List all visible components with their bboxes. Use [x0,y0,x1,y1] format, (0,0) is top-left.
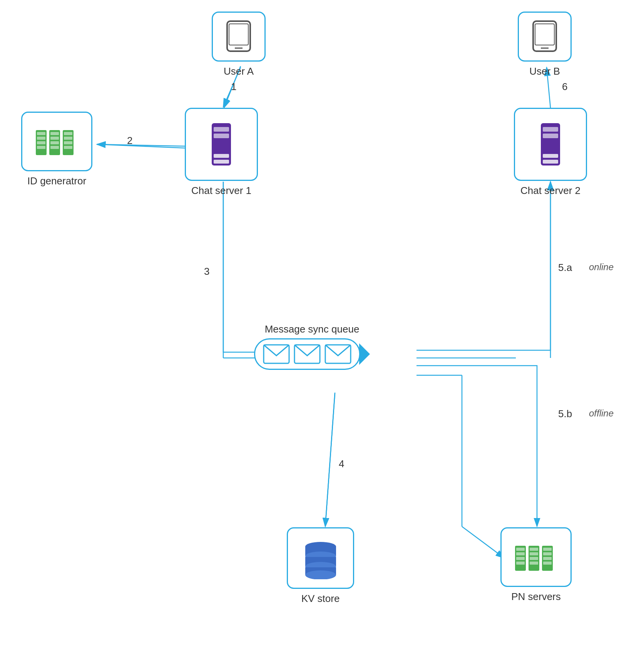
message-queue-node: Message sync queue [254,323,370,370]
kv-store-icon [299,537,342,579]
chat-server-2-node: Chat server 2 [514,108,587,197]
id-generator-node: ID generatror [21,112,92,187]
svg-rect-64 [530,552,538,555]
svg-rect-38 [50,132,59,135]
svg-rect-29 [543,134,558,138]
svg-rect-61 [516,562,525,565]
user-b-node: User B [518,12,572,77]
online-status-label: online [589,262,614,272]
arrow-label-2: 2 [127,135,132,147]
svg-rect-46 [64,146,72,149]
chat-server-1-label: Chat server 1 [191,185,251,197]
svg-rect-60 [516,557,525,560]
svg-rect-69 [543,552,552,555]
svg-rect-43 [64,132,72,135]
svg-rect-26 [214,160,229,164]
svg-rect-65 [530,557,538,560]
svg-rect-45 [64,141,72,144]
pn-servers-icon [513,538,559,577]
svg-rect-18 [229,24,248,45]
svg-rect-70 [543,557,552,560]
arrow-label-4: 4 [339,458,344,470]
arrow-label-3: 3 [204,266,209,277]
svg-rect-63 [530,548,538,551]
id-generator-label: ID generatror [27,175,86,187]
envelope-2-icon [294,344,321,364]
envelope-3-icon [325,344,351,364]
svg-rect-58 [516,548,525,551]
kv-store-label: KV store [301,593,340,605]
chat-server-1-node: Chat server 1 [185,108,258,197]
svg-line-2 [97,144,189,148]
arrow-label-5b: 5.b [558,408,572,420]
svg-rect-59 [516,552,525,555]
svg-rect-36 [37,146,45,149]
svg-rect-19 [533,21,556,51]
svg-rect-68 [543,548,552,551]
svg-rect-41 [50,146,59,149]
svg-line-5 [325,393,335,527]
user-b-label: User B [529,65,560,77]
svg-rect-33 [37,132,45,135]
arrow-label-1: 1 [231,81,236,93]
tablet-b-icon [529,19,560,54]
arrow-label-5a: 5.a [558,262,572,274]
svg-rect-25 [214,154,229,158]
queue-label: Message sync queue [265,323,360,335]
offline-status-label: offline [589,408,614,419]
svg-rect-23 [214,127,229,132]
svg-rect-34 [37,137,45,140]
kv-store-node: KV store [287,527,354,605]
svg-rect-24 [214,134,229,138]
svg-rect-21 [535,24,554,45]
envelope-1-icon [263,344,290,364]
chat-server-2-label: Chat server 2 [520,185,580,197]
user-a-label: User A [224,65,254,77]
pn-servers-label: PN servers [511,591,561,603]
arrow-label-6: 6 [562,81,567,93]
svg-rect-44 [64,137,72,140]
svg-rect-30 [543,154,558,158]
user-a-node: User A [212,12,266,77]
pn-servers-node: PN servers [500,527,572,603]
tablet-icon [223,19,254,54]
svg-line-13 [97,144,189,146]
id-generator-icon [34,122,80,161]
svg-rect-28 [543,127,558,132]
svg-rect-39 [50,137,59,140]
svg-rect-31 [543,160,558,164]
svg-rect-40 [50,141,59,144]
server-purple-2-icon [533,121,568,167]
svg-rect-71 [543,562,552,565]
svg-line-14 [325,393,335,527]
svg-rect-35 [37,141,45,144]
svg-rect-66 [530,562,538,565]
svg-point-56 [305,570,336,579]
svg-line-10 [462,527,504,558]
server-purple-1-icon [204,121,239,167]
svg-rect-16 [227,21,250,51]
